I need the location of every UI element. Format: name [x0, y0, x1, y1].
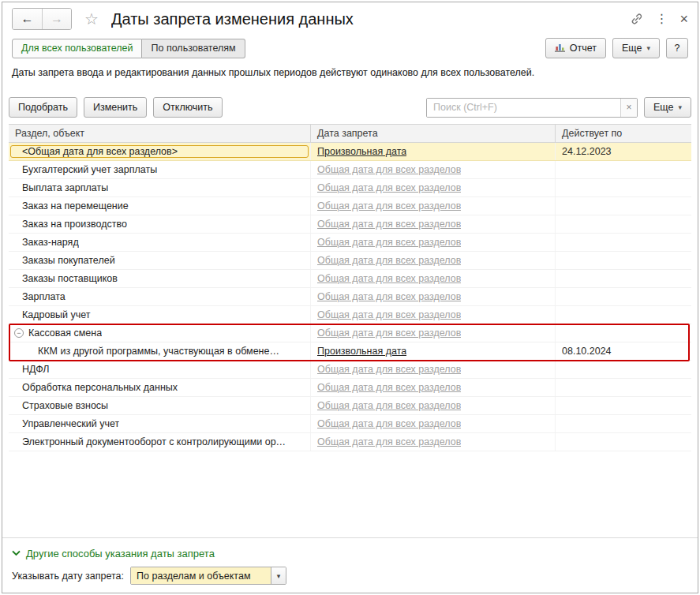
column-header-until[interactable]: Действует по	[556, 125, 691, 142]
prohibition-date-link[interactable]: Общая дата для всех разделов	[317, 164, 461, 175]
column-header-date[interactable]: Дата запрета	[311, 125, 556, 142]
prohibition-date-link[interactable]: Общая дата для всех разделов	[317, 219, 461, 230]
section-name: Зарплата	[22, 291, 66, 302]
prohibition-date-link[interactable]: Общая дата для всех разделов	[317, 182, 461, 193]
table-row[interactable]: Страховые взносыОбщая дата для всех разд…	[9, 397, 691, 415]
tabs-row: Для всех пользователей По пользователям …	[2, 36, 698, 61]
prohibition-date-link[interactable]: Произвольная дата	[317, 146, 406, 157]
tab-all-users[interactable]: Для всех пользователей	[12, 39, 142, 58]
prohibition-date-link[interactable]: Общая дата для всех разделов	[317, 309, 461, 320]
cell-section: Страховые взносы	[9, 397, 311, 414]
cell-effective-until	[556, 288, 691, 305]
section-name: Электронный документооборот с контролиру…	[22, 436, 286, 447]
favorite-star-icon[interactable]: ☆	[84, 9, 99, 28]
cell-section: −Кассовая смена	[9, 324, 311, 342]
nav-buttons: ← →	[12, 8, 72, 30]
prohibition-date-link[interactable]: Общая дата для всех разделов	[317, 382, 461, 393]
date-mode-dropdown-button[interactable]: ▾	[271, 567, 286, 584]
column-header-section[interactable]: Раздел, объект	[9, 125, 311, 142]
table-row[interactable]: −Кассовая сменаОбщая дата для всех разде…	[9, 324, 691, 342]
prohibition-date-link[interactable]: Общая дата для всех разделов	[317, 200, 461, 211]
cell-section: Заказ на перемещение	[9, 197, 311, 215]
forward-button[interactable]: →	[42, 9, 71, 29]
prohibition-date-link[interactable]: Общая дата для всех разделов	[317, 436, 461, 447]
date-mode-label: Указывать дату запрета:	[12, 571, 124, 582]
table-row[interactable]: Выплата зарплатыОбщая дата для всех разд…	[9, 179, 691, 197]
tab-by-users[interactable]: По пользователям	[142, 39, 245, 58]
help-button[interactable]: ?	[666, 38, 688, 58]
cell-effective-until	[556, 379, 691, 396]
cell-section: Кадровый учет	[9, 306, 311, 324]
table-row[interactable]: НДФЛОбщая дата для всех разделов	[9, 361, 691, 379]
prohibition-date-link[interactable]: Общая дата для всех разделов	[317, 418, 461, 429]
cell-prohibition-date: Общая дата для всех разделов	[311, 361, 556, 378]
description-text: Даты запрета ввода и редактирования данн…	[2, 61, 698, 78]
table-row[interactable]: Управленческий учетОбщая дата для всех р…	[9, 415, 691, 433]
prohibition-date-link[interactable]: Общая дата для всех разделов	[317, 291, 461, 302]
disable-button[interactable]: Отключить	[153, 97, 222, 118]
search-clear-button[interactable]: ×	[620, 99, 637, 117]
pick-button[interactable]: Подобрать	[9, 97, 77, 118]
section-name: Заказ на производство	[22, 219, 127, 230]
chevron-down-icon	[12, 550, 21, 556]
search-input[interactable]	[427, 99, 620, 117]
prohibition-date-link[interactable]: Общая дата для всех разделов	[317, 273, 461, 284]
report-button[interactable]: Отчет	[545, 38, 606, 58]
footer: Другие способы указания даты запрета Ука…	[2, 537, 698, 593]
prohibition-date-link[interactable]: Произвольная дата	[317, 346, 406, 357]
table-row[interactable]: Бухгалтерский учет зарплатыОбщая дата дл…	[9, 161, 691, 179]
close-icon[interactable]: ×	[679, 12, 688, 26]
prohibition-date-link[interactable]: Общая дата для всех разделов	[317, 400, 461, 411]
table-row[interactable]: Заказ на перемещениеОбщая дата для всех …	[9, 197, 691, 215]
titlebar-icons: ⋮ ×	[631, 12, 688, 26]
edit-button[interactable]: Изменить	[84, 97, 147, 118]
prohibition-date-link[interactable]: Общая дата для всех разделов	[317, 327, 461, 339]
cell-section: НДФЛ	[9, 361, 311, 378]
section-name: НДФЛ	[22, 364, 50, 375]
cell-prohibition-date: Общая дата для всех разделов	[311, 324, 556, 342]
table-header: Раздел, объект Дата запрета Действует по	[9, 124, 691, 143]
prohibition-date-link[interactable]: Общая дата для всех разделов	[317, 237, 461, 248]
back-arrow-icon: ←	[21, 12, 34, 26]
table-row[interactable]: Кадровый учетОбщая дата для всех раздело…	[9, 306, 691, 324]
table-row[interactable]: ЗарплатаОбщая дата для всех разделов	[9, 288, 691, 306]
section-name: Заказы покупателей	[22, 255, 115, 266]
cell-effective-until	[556, 179, 691, 196]
date-mode-select[interactable]: По разделам и объектам ▾	[130, 567, 286, 585]
table-row[interactable]: Обработка персональных данныхОбщая дата …	[9, 379, 691, 397]
forward-arrow-icon: →	[51, 12, 63, 26]
cell-prohibition-date: Общая дата для всех разделов	[311, 288, 556, 305]
cell-effective-until	[556, 433, 691, 451]
cell-section: <Общая дата для всех разделов>	[9, 143, 311, 160]
cell-prohibition-date: Общая дата для всех разделов	[311, 197, 556, 215]
table-row[interactable]: Заказ на производствоОбщая дата для всех…	[9, 215, 691, 234]
table-row[interactable]: ККМ из другой программы, участвующая в о…	[9, 342, 691, 361]
table-row[interactable]: Заказ-нарядОбщая дата для всех разделов	[9, 234, 691, 252]
section-name: Заказ на перемещение	[22, 200, 129, 211]
table-row[interactable]: Заказы поставщиковОбщая дата для всех ра…	[9, 270, 691, 288]
cell-prohibition-date: Общая дата для всех разделов	[311, 306, 556, 324]
prohibition-date-link[interactable]: Общая дата для всех разделов	[317, 364, 461, 375]
cell-section: Зарплата	[9, 288, 311, 305]
more-button-top[interactable]: Еще ▾	[612, 38, 660, 58]
table-row[interactable]: Электронный документооборот с контролиру…	[9, 433, 691, 451]
other-methods-toggle[interactable]: Другие способы указания даты запрета	[12, 548, 215, 559]
table-row[interactable]: Заказы покупателейОбщая дата для всех ра…	[9, 252, 691, 270]
help-button-label: ?	[675, 43, 680, 54]
cell-section: Выплата зарплаты	[9, 179, 311, 196]
cell-effective-until	[556, 324, 691, 342]
table-row[interactable]: <Общая дата для всех разделов>Произвольн…	[9, 143, 691, 161]
prohibition-date-link[interactable]: Общая дата для всех разделов	[317, 255, 461, 266]
kebab-menu-icon[interactable]: ⋮	[655, 13, 668, 25]
section-name: Заказы поставщиков	[22, 273, 118, 284]
collapse-minus-icon[interactable]: −	[14, 328, 24, 338]
section-name: ККМ из другой программы, участвующая в о…	[38, 346, 279, 357]
cell-prohibition-date: Произвольная дата	[311, 342, 556, 360]
tab-label: По пользователям	[151, 43, 235, 54]
get-link-icon[interactable]	[631, 13, 643, 25]
cell-effective-until	[556, 215, 691, 233]
more-button-toolbar[interactable]: Еще ▾	[644, 97, 691, 118]
pick-button-label: Подобрать	[18, 102, 68, 113]
cell-effective-until	[556, 161, 691, 178]
back-button[interactable]: ←	[13, 9, 42, 29]
